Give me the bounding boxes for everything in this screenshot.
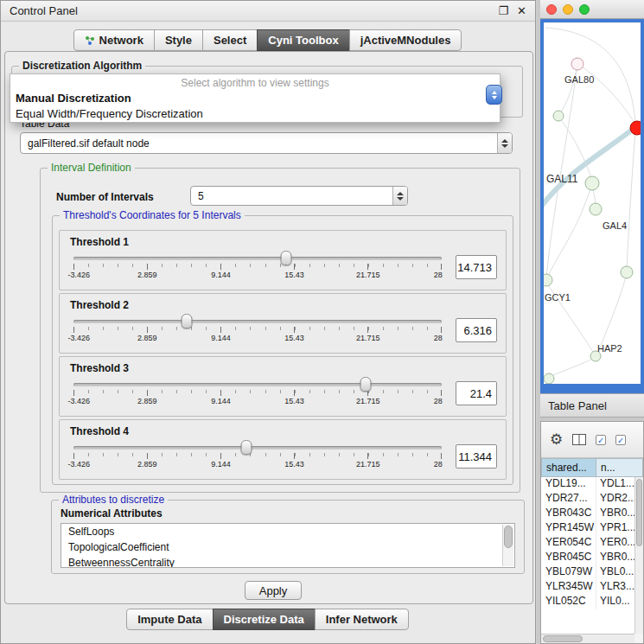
table-horizontal-scrollbar-thumb[interactable] (543, 635, 583, 642)
algorithm-dropdown-popup: Select algorithm to view settings Manual… (10, 73, 501, 123)
table-row[interactable]: YER054C YER0... (541, 536, 634, 551)
control-panel-title: Control Panel (10, 4, 78, 17)
network-node[interactable] (621, 266, 633, 278)
numerical-attributes-list[interactable]: SelfLoops TopologicalCoefficient Between… (61, 523, 515, 568)
tab-cyni-toolbox[interactable]: Cyni Toolbox (257, 29, 349, 51)
network-view-window: GAL80 GAL11 GAL4 GCY1 HAP2 (540, 0, 644, 393)
control-panel-titlebar: Control Panel ❐ ✕ (1, 1, 535, 22)
threshold-3-slider-thumb[interactable] (360, 377, 371, 392)
network-node[interactable] (590, 203, 602, 215)
threshold-1-slider-thumb[interactable] (281, 251, 292, 265)
threshold-1-value-field[interactable] (456, 255, 497, 279)
control-panel-window: Control Panel ❐ ✕ Network Style (0, 0, 536, 644)
table-vertical-scrollbar[interactable] (634, 477, 643, 634)
node-label: GAL4 (603, 220, 627, 231)
tab-discretize-data[interactable]: Discretize Data (213, 609, 316, 630)
network-node[interactable] (544, 274, 552, 286)
gear-icon[interactable]: ⚙ (550, 432, 563, 447)
table-row[interactable]: YBR045C YBR0... (541, 551, 634, 565)
threshold-2-slider[interactable]: -3.426 2.859 9.144 15.43 21.715 28 (72, 312, 443, 348)
table-row[interactable]: YDR27... YDR2... (541, 492, 634, 507)
network-node[interactable] (553, 111, 564, 121)
tab-impute-data[interactable]: Impute Data (126, 609, 213, 630)
tab-jactivemnodules[interactable]: jActiveMNodules (349, 29, 462, 51)
attributes-to-discretize-legend: Attributes to discretize (59, 494, 168, 506)
discretization-algorithm-legend: Discretization Algorithm (19, 60, 145, 72)
interval-definition-group: Interval Definition Number of Intervals … (40, 168, 520, 493)
slider-major-ticks (73, 264, 442, 270)
threshold-2-value-field[interactable] (456, 318, 497, 342)
table-panel-title: Table Panel (548, 399, 607, 412)
number-of-intervals-label: Number of Intervals (56, 191, 154, 203)
network-node[interactable] (585, 176, 599, 190)
table-data-combobox[interactable]: galFiltered.sif default node (20, 132, 513, 154)
table-row[interactable]: YLR345W YLR3... (541, 580, 634, 595)
network-node-selected[interactable] (630, 121, 641, 135)
right-panel: GAL80 GAL11 GAL4 GCY1 HAP2 Table Panel ⚙ (537, 0, 644, 644)
threshold-4-value-field[interactable] (456, 444, 497, 469)
table-vertical-scrollbar-thumb[interactable] (636, 479, 642, 546)
table-header-row: shared... n... (541, 458, 643, 477)
tab-impute-data-label: Impute Data (137, 613, 201, 626)
popup-item-manual-discretization[interactable]: Manual Discretization (10, 91, 500, 106)
threshold-2-slider-thumb[interactable] (182, 314, 193, 328)
apply-button[interactable]: Apply (245, 581, 302, 600)
list-scrollbar[interactable] (502, 525, 513, 566)
number-of-intervals-combobox[interactable]: 5 (190, 186, 408, 206)
network-node[interactable] (544, 373, 554, 384)
cyni-toolbox-panel: Discretization Algorithm Table Data galF… (4, 51, 533, 604)
table-body: YDL19... YDL1... YDR27... YDR2... YBR043… (541, 477, 634, 634)
down-arrow-icon (492, 96, 497, 99)
intervals-combo-stepper[interactable] (392, 187, 407, 205)
network-node[interactable] (571, 58, 583, 70)
table-row[interactable]: YPR145W YPR1... (541, 521, 634, 536)
column-header-shared-name[interactable]: shared... (541, 458, 596, 477)
tab-network[interactable]: Network (73, 29, 155, 51)
numerical-attributes-label: Numerical Attributes (61, 507, 163, 520)
algorithm-combo-stepper[interactable] (486, 85, 502, 105)
node-label: GCY1 (545, 292, 571, 303)
threshold-3-slider[interactable]: -3.426 2.859 9.144 15.43 21.715 28 (72, 375, 443, 411)
threshold-4-slider[interactable]: -3.426 2.859 9.144 15.43 21.715 28 (72, 438, 443, 475)
columns-icon[interactable] (572, 434, 586, 445)
table-row[interactable]: YDL19... YDL1... (541, 477, 634, 492)
list-item[interactable]: SelfLoops (61, 524, 514, 539)
table-toolbar: ⚙ ✓ ✓ (541, 422, 643, 458)
tab-infer-network[interactable]: Infer Network (315, 609, 409, 630)
threshold-1-slider[interactable]: -3.426 2.859 9.144 15.43 21.715 28 (72, 249, 443, 285)
up-arrow-icon (501, 139, 508, 143)
threshold-4-slider-thumb[interactable] (241, 440, 252, 455)
table-horizontal-scrollbar[interactable] (541, 634, 634, 643)
list-item[interactable]: TopologicalCoefficient (61, 539, 514, 555)
tab-discretize-data-label: Discretize Data (224, 613, 304, 626)
close-traffic-light[interactable] (546, 4, 557, 15)
select-check-icon[interactable]: ✓ (596, 435, 606, 445)
list-scrollbar-thumb[interactable] (504, 526, 513, 548)
table-row[interactable]: YIL052C YIL0... (541, 595, 634, 609)
close-icon[interactable]: ✕ (517, 5, 526, 16)
node-label: GAL11 (546, 173, 578, 185)
column-header-name[interactable]: n... (596, 458, 643, 477)
slider-track (73, 257, 442, 260)
table-panel-window: ⚙ ✓ ✓ shared... n... YDL19... YDL1... (540, 421, 644, 644)
select-check-icon[interactable]: ✓ (615, 435, 626, 445)
table-data-combo-stepper[interactable] (497, 133, 512, 153)
threshold-3-value-field[interactable] (456, 381, 497, 405)
table-row[interactable]: YBR043C YBR0... (541, 507, 634, 521)
tab-select[interactable]: Select (202, 29, 258, 51)
tab-style[interactable]: Style (154, 29, 203, 51)
network-canvas[interactable]: GAL80 GAL11 GAL4 GCY1 HAP2 (544, 22, 641, 384)
slider-tick-labels: -3.426 2.859 9.144 15.43 21.715 28 (73, 460, 442, 470)
zoom-traffic-light[interactable] (579, 4, 590, 15)
slider-major-ticks (73, 453, 442, 459)
float-window-icon[interactable]: ❐ (498, 5, 508, 16)
threshold-3-label: Threshold 3 (60, 357, 506, 374)
list-item[interactable]: BetweennessCentrality (61, 555, 514, 568)
table-row[interactable]: YBL079W YBL0... (541, 565, 634, 580)
popup-item-equal-width-frequency[interactable]: Equal Width/Frequency Discretization (10, 106, 500, 122)
threshold-3-block: Threshold 3 -3.426 2.859 9.144 (59, 356, 507, 417)
threshold-coordinates-legend: Threshold's Coordinates for 5 Intervals (60, 209, 245, 221)
threshold-2-block: Threshold 2 -3.426 2.859 9.144 (59, 293, 507, 354)
minimize-traffic-light[interactable] (563, 4, 573, 15)
tab-select-label: Select (214, 34, 246, 47)
